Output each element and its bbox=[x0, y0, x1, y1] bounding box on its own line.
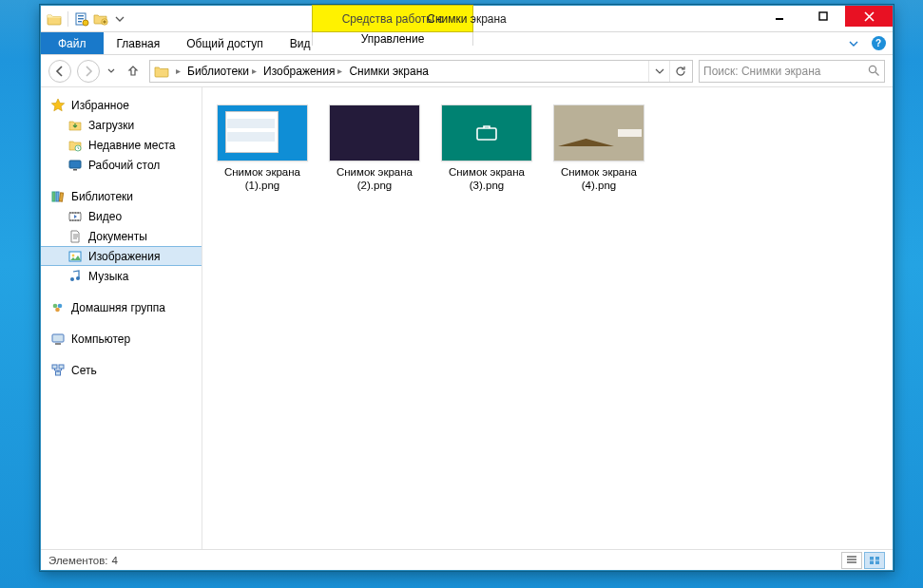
sidebar-item-pictures[interactable]: Изображения bbox=[41, 246, 202, 266]
file-item[interactable]: Снимок экрана (4).png bbox=[547, 101, 651, 197]
help-button[interactable]: ? bbox=[870, 35, 887, 52]
svg-rect-3 bbox=[78, 21, 82, 22]
address-bar[interactable]: ▸ Библиотеки▸ Изображения▸ Снимки экрана bbox=[149, 60, 693, 83]
svg-rect-6 bbox=[776, 18, 783, 20]
crumb-sep-root[interactable]: ▸ bbox=[171, 66, 185, 76]
svg-point-22 bbox=[55, 307, 60, 312]
contextual-tab-header: Средства работы с рисунками bbox=[312, 5, 473, 32]
forward-button[interactable] bbox=[77, 60, 100, 83]
navigation-pane: Избранное Загрузки Недавние места Рабочи… bbox=[41, 87, 202, 549]
tab-manage[interactable]: Управление bbox=[312, 32, 473, 46]
svg-rect-12 bbox=[52, 192, 55, 201]
titlebar: Средства работы с рисунками Снимки экран… bbox=[41, 6, 893, 32]
file-thumbnail bbox=[553, 104, 644, 161]
minimize-button[interactable] bbox=[758, 6, 801, 27]
tab-home[interactable]: Главная bbox=[104, 32, 174, 54]
svg-point-18 bbox=[70, 277, 74, 281]
close-button[interactable] bbox=[845, 6, 893, 27]
recent-icon bbox=[67, 138, 83, 153]
refresh-button[interactable] bbox=[669, 61, 690, 82]
svg-point-4 bbox=[83, 20, 88, 26]
pictures-icon bbox=[67, 249, 83, 264]
status-bar: Элементов: 4 bbox=[41, 549, 893, 570]
file-item[interactable]: Снимок экрана (2).png bbox=[322, 101, 427, 197]
svg-point-21 bbox=[58, 303, 63, 308]
body: Избранное Загрузки Недавние места Рабочи… bbox=[41, 87, 893, 549]
properties-icon[interactable] bbox=[74, 11, 89, 27]
music-icon bbox=[67, 269, 83, 284]
crumb-libraries[interactable]: Библиотеки▸ bbox=[185, 65, 261, 78]
svg-rect-29 bbox=[870, 557, 874, 560]
back-button[interactable] bbox=[48, 60, 71, 83]
downloads-icon bbox=[67, 118, 83, 133]
search-input[interactable] bbox=[703, 65, 864, 78]
sidebar-item-downloads[interactable]: Загрузки bbox=[41, 115, 202, 135]
sidebar-group-computer[interactable]: Компьютер bbox=[41, 329, 202, 349]
history-dropdown-icon[interactable] bbox=[106, 67, 117, 75]
sidebar-item-label: Музыка bbox=[88, 270, 128, 283]
status-label: Элементов: bbox=[48, 555, 107, 566]
nav-toolbar: ▸ Библиотеки▸ Изображения▸ Снимки экрана bbox=[41, 55, 893, 87]
file-name: Снимок экрана (3).png bbox=[438, 165, 535, 193]
crumb-screenshots[interactable]: Снимки экрана bbox=[347, 65, 431, 78]
sidebar-item-videos[interactable]: Видео bbox=[41, 206, 202, 226]
tab-file[interactable]: Файл bbox=[41, 32, 104, 54]
sidebar-group-libraries[interactable]: Библиотеки bbox=[41, 186, 202, 206]
file-thumbnail bbox=[441, 104, 532, 161]
file-list[interactable]: Снимок экрана (1).png Снимок экрана (2).… bbox=[202, 87, 893, 549]
svg-rect-1 bbox=[78, 15, 84, 16]
sidebar-item-documents[interactable]: Документы bbox=[41, 226, 202, 246]
search-box[interactable] bbox=[699, 60, 885, 83]
sidebar-group-network[interactable]: Сеть bbox=[41, 360, 202, 380]
tab-share[interactable]: Общий доступ bbox=[173, 32, 277, 54]
qat-dropdown-icon[interactable] bbox=[112, 11, 127, 27]
ribbon: Файл Главная Общий доступ Вид Управление… bbox=[41, 32, 893, 55]
svg-rect-13 bbox=[56, 192, 59, 201]
sidebar-group-favorites[interactable]: Избранное bbox=[41, 95, 202, 115]
svg-rect-24 bbox=[55, 343, 61, 345]
network-label: Сеть bbox=[71, 364, 97, 377]
svg-rect-14 bbox=[59, 192, 63, 200]
sidebar-item-recent[interactable]: Недавние места bbox=[41, 135, 202, 155]
network-icon bbox=[50, 363, 66, 378]
view-details-button[interactable] bbox=[841, 552, 862, 569]
file-thumbnail bbox=[329, 104, 420, 161]
sidebar-item-label: Загрузки bbox=[88, 119, 134, 132]
new-folder-icon[interactable] bbox=[93, 11, 108, 27]
svg-point-19 bbox=[76, 276, 80, 280]
sidebar-item-music[interactable]: Музыка bbox=[41, 266, 202, 286]
homegroup-label: Домашняя группа bbox=[71, 301, 165, 314]
libraries-icon bbox=[50, 189, 66, 204]
search-icon bbox=[868, 65, 880, 77]
scrollbar[interactable] bbox=[877, 87, 893, 549]
maximize-button[interactable] bbox=[801, 6, 845, 27]
svg-rect-32 bbox=[875, 560, 879, 564]
sidebar-item-label: Видео bbox=[88, 210, 122, 223]
svg-rect-23 bbox=[52, 334, 64, 342]
svg-rect-31 bbox=[870, 560, 874, 564]
quick-access-toolbar bbox=[41, 6, 133, 31]
crumb-pictures[interactable]: Изображения▸ bbox=[261, 65, 347, 78]
address-dropdown-icon[interactable] bbox=[648, 61, 669, 82]
sidebar-item-label: Недавние места bbox=[88, 139, 175, 152]
svg-rect-27 bbox=[56, 371, 61, 375]
divider bbox=[67, 11, 68, 27]
favorites-label: Избранное bbox=[71, 99, 129, 112]
documents-icon bbox=[67, 229, 83, 244]
sidebar-item-desktop[interactable]: Рабочий стол bbox=[41, 155, 202, 175]
file-thumbnail bbox=[217, 104, 308, 161]
star-icon bbox=[50, 98, 66, 113]
file-item[interactable]: Снимок экрана (1).png bbox=[210, 101, 315, 197]
svg-rect-11 bbox=[73, 169, 77, 171]
location-folder-icon bbox=[152, 62, 171, 81]
sidebar-group-homegroup[interactable]: Домашняя группа bbox=[41, 297, 202, 317]
status-count: 4 bbox=[111, 555, 117, 566]
svg-rect-28 bbox=[477, 128, 496, 140]
file-item[interactable]: Снимок экрана (3).png bbox=[434, 101, 539, 197]
sidebar-item-label: Изображения bbox=[88, 250, 160, 263]
sidebar-item-label: Документы bbox=[88, 230, 147, 243]
up-button[interactable] bbox=[123, 61, 144, 82]
view-thumbnails-button[interactable] bbox=[864, 552, 885, 569]
video-icon bbox=[67, 209, 83, 224]
expand-ribbon-icon[interactable] bbox=[845, 35, 862, 52]
